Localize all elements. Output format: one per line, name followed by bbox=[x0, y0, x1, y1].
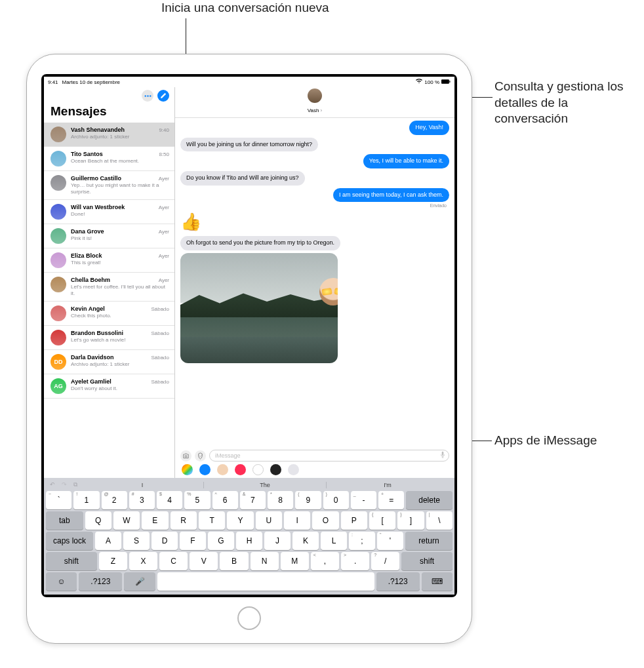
message-bubble-out[interactable]: Yes, I will be able to make it. bbox=[363, 154, 449, 168]
key-7[interactable]: &7 bbox=[240, 491, 266, 509]
key-3[interactable]: #3 bbox=[129, 491, 155, 509]
key-i[interactable]: I bbox=[284, 511, 310, 530]
message-bubble-in[interactable]: Will you be joining us for dinner tomorr… bbox=[180, 138, 318, 152]
key- [interactable] bbox=[157, 572, 374, 591]
key-p[interactable]: P bbox=[341, 511, 367, 530]
sugg-2[interactable]: I'm bbox=[326, 482, 449, 488]
key-r[interactable]: R bbox=[171, 511, 197, 530]
key-`[interactable]: ~` bbox=[46, 491, 71, 509]
key-w[interactable]: W bbox=[113, 511, 140, 530]
key-d[interactable]: D bbox=[151, 532, 178, 550]
key-delete[interactable]: delete bbox=[406, 491, 453, 509]
conversation-row[interactable]: Chella BoehmAyerLet's meet for coffee. I… bbox=[44, 273, 174, 302]
undo-button[interactable]: ↶ bbox=[50, 481, 55, 488]
conversation-row[interactable]: Will van WestbroekAyerDone! bbox=[44, 200, 174, 224]
compose-button[interactable] bbox=[157, 90, 169, 102]
key-,[interactable]: <, bbox=[311, 552, 339, 570]
conversation-row[interactable]: Eliza BlockAyerThis is great! bbox=[44, 248, 174, 273]
key-t[interactable]: T bbox=[199, 511, 225, 530]
home-button[interactable] bbox=[237, 606, 261, 630]
keyboard[interactable]: ↶ ↷ ⧉ I The I'm ~`!1@2#3$4%5^6&7*8(9)0_-… bbox=[44, 478, 454, 595]
images-app[interactable] bbox=[235, 464, 246, 475]
conversation-row[interactable]: Kevin AngelSábadoCheck this photo. bbox=[44, 302, 174, 326]
key-'[interactable]: "' bbox=[377, 532, 403, 550]
key-☺[interactable]: ☺ bbox=[46, 572, 77, 591]
key-4[interactable]: $4 bbox=[157, 491, 182, 509]
key-m[interactable]: M bbox=[281, 552, 309, 570]
key-u[interactable]: U bbox=[256, 511, 282, 530]
key-1[interactable]: !1 bbox=[73, 491, 99, 509]
sugg-1[interactable]: The bbox=[203, 482, 326, 488]
key-a[interactable]: A bbox=[95, 532, 121, 550]
sugg-0[interactable]: I bbox=[81, 482, 203, 488]
key-y[interactable]: Y bbox=[227, 511, 253, 530]
key-=[interactable]: += bbox=[378, 491, 404, 509]
photo-attachment[interactable] bbox=[180, 253, 338, 363]
conversation-row[interactable]: Brandon BussoliniSábadoLet's go watch a … bbox=[44, 326, 174, 350]
key-/[interactable]: ? / bbox=[371, 552, 399, 570]
key-x[interactable]: X bbox=[129, 552, 157, 570]
key-0[interactable]: )0 bbox=[323, 491, 349, 509]
appstore-app[interactable] bbox=[199, 464, 211, 475]
conversation-row[interactable]: AGAyelet GamlielSábadoDon't worry about … bbox=[44, 374, 174, 399]
key-8[interactable]: *8 bbox=[268, 491, 293, 509]
more-apps[interactable] bbox=[288, 464, 299, 475]
camera-button[interactable] bbox=[180, 450, 191, 462]
key-c[interactable]: C bbox=[159, 552, 188, 570]
message-bubble-out[interactable]: I am seeing them today, I can ask them. bbox=[333, 188, 449, 203]
key-n[interactable]: N bbox=[251, 552, 279, 570]
convo-time: Ayer bbox=[159, 253, 169, 259]
key-return[interactable]: return bbox=[405, 532, 453, 550]
key-tab[interactable]: tab bbox=[46, 511, 83, 530]
music-app[interactable] bbox=[252, 464, 264, 475]
dictate-button[interactable] bbox=[439, 451, 446, 460]
key-shift[interactable]: shift bbox=[401, 552, 453, 570]
key-\[interactable]: |\ bbox=[426, 511, 453, 530]
key-shift[interactable]: shift bbox=[46, 552, 97, 570]
conversation-row[interactable]: Vash Shenavandeh9:40Archivo adjunto: 1 s… bbox=[44, 123, 174, 147]
key--[interactable]: _- bbox=[351, 491, 376, 509]
key-;[interactable]: :; bbox=[349, 532, 375, 550]
key-b[interactable]: B bbox=[220, 552, 248, 570]
key-k[interactable]: K bbox=[292, 532, 319, 550]
key-e[interactable]: E bbox=[142, 511, 168, 530]
key-9[interactable]: (9 bbox=[295, 491, 321, 509]
clipboard-button[interactable]: ⧉ bbox=[73, 481, 77, 488]
key-6[interactable]: ^6 bbox=[212, 491, 238, 509]
key-v[interactable]: V bbox=[190, 552, 218, 570]
key-.[interactable]: >. bbox=[341, 552, 369, 570]
key-caps lock[interactable]: caps lock bbox=[46, 532, 93, 550]
key-j[interactable]: J bbox=[264, 532, 291, 550]
key-h[interactable]: H bbox=[236, 532, 262, 550]
key-🎤[interactable]: 🎤 bbox=[124, 572, 155, 591]
message-bubble-out[interactable]: Hey, Vash! bbox=[409, 121, 449, 135]
message-bubble-in[interactable]: Oh forgot to send you the picture from m… bbox=[180, 236, 340, 250]
key-5[interactable]: %5 bbox=[184, 491, 210, 509]
photos-app[interactable] bbox=[182, 464, 193, 475]
key-[[interactable]: {[ bbox=[369, 511, 395, 530]
key-o[interactable]: O bbox=[312, 511, 338, 530]
key-z[interactable]: Z bbox=[99, 552, 127, 570]
more-button[interactable] bbox=[142, 90, 153, 102]
conversation-row[interactable]: DDDarla DavidsonSábadoArchivo adjunto: 1… bbox=[44, 350, 174, 374]
key-2[interactable]: @2 bbox=[102, 491, 127, 509]
key-][interactable]: }] bbox=[397, 511, 424, 530]
key-.?123[interactable]: .?123 bbox=[79, 572, 122, 591]
conversation-row[interactable]: Guillermo CastilloAyerYep… but you might… bbox=[44, 171, 174, 200]
digital-touch[interactable] bbox=[270, 464, 281, 475]
message-bubble-in[interactable]: Do you know if Tito and Will are joining… bbox=[180, 171, 305, 186]
conversation-header[interactable]: Vash › bbox=[175, 87, 454, 118]
conversation-row[interactable]: Tito Santos8:50Ocean Beach at the moment… bbox=[44, 147, 174, 171]
memoji-app[interactable] bbox=[217, 464, 228, 475]
key-⌨[interactable]: ⌨ bbox=[422, 572, 453, 591]
redo-button[interactable]: ↷ bbox=[62, 481, 67, 488]
key-g[interactable]: G bbox=[208, 532, 234, 550]
key-.?123[interactable]: .?123 bbox=[376, 572, 420, 591]
message-input[interactable]: iMessage bbox=[209, 450, 449, 462]
key-q[interactable]: Q bbox=[85, 511, 111, 530]
key-s[interactable]: S bbox=[123, 532, 150, 550]
key-f[interactable]: F bbox=[180, 532, 206, 550]
key-l[interactable]: L bbox=[321, 532, 347, 550]
conversation-row[interactable]: Dana GroveAyerPink it is! bbox=[44, 224, 174, 248]
app-drawer-button[interactable] bbox=[195, 450, 206, 462]
